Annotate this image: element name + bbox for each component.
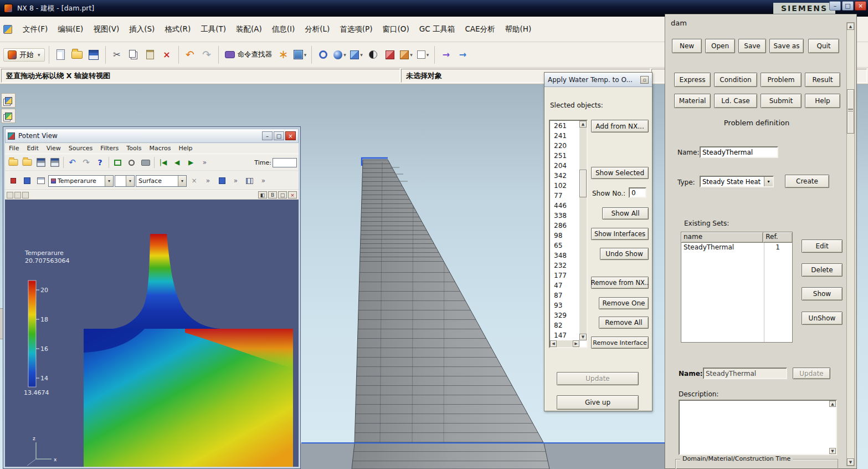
pv-menu-edit[interactable]: Edit [23,145,42,152]
pv-play-button[interactable]: ▶ [184,156,197,169]
snap-point2-button[interactable]: → [455,47,470,63]
problem-name-input[interactable] [700,146,778,158]
open-button[interactable]: Open [705,39,735,53]
maximize-button[interactable]: □ [842,1,854,11]
object-id-item[interactable]: 65 [550,241,579,251]
menu-tools[interactable]: 工具(T) [196,22,231,37]
pv-redo-button[interactable]: ↷ [80,156,93,169]
pv-toolbar4-overflow[interactable]: » [257,175,270,187]
quit-button[interactable]: Quit [808,39,839,53]
object-id-item[interactable]: 286 [550,221,579,231]
list-vscrollbar[interactable]: ▲ ▼ [579,121,587,340]
show-interfaces-button[interactable]: Show Interfaces [591,228,649,240]
pv-menu-sources[interactable]: Sources [65,145,97,152]
column-header-name[interactable]: name [681,232,763,242]
object-id-item[interactable]: 204 [550,161,579,171]
paste-button[interactable] [143,47,158,63]
pv-prev-frame-button[interactable]: ◀ [171,156,183,169]
wireframe-view-button[interactable]: ▾ [415,47,430,63]
column-header-ref[interactable]: Ref. [763,232,792,242]
create-button[interactable]: Create [785,175,829,188]
object-id-item[interactable]: 93 [550,300,579,310]
pv-open-recent-button[interactable] [20,156,33,169]
scroll-up-button[interactable]: ▲ [829,401,836,407]
save-as-button[interactable]: Save as [769,39,804,53]
pv-spreadsheet-button[interactable] [34,175,47,187]
pv-zoom-button[interactable] [125,156,138,169]
ld-case-button[interactable]: Ld. Case [714,94,757,108]
menu-assemblies[interactable]: 装配(A) [231,22,267,37]
menu-window[interactable]: 窗口(O) [378,22,414,37]
representation-select[interactable]: Surface ▾ [136,175,187,187]
menu-cae-analysis[interactable]: CAE分析 [460,22,500,37]
pv-toolbar2-overflow[interactable]: » [202,175,214,187]
view-cube-button[interactable]: ▾ [349,47,364,63]
resource-bar-button-1[interactable] [1,93,16,108]
object-id-item[interactable]: 446 [550,201,579,211]
object-id-item[interactable]: 251 [550,151,579,161]
show-selected-button[interactable]: Show Selected [591,167,649,179]
command-finder-button[interactable]: 命令查找器 [223,50,275,59]
resource-bar-button-2[interactable] [1,109,16,123]
object-id-item[interactable]: 232 [550,261,579,271]
orbit-button[interactable] [316,47,331,63]
color-by-select[interactable]: Temperarure ▾ [48,175,114,187]
edit-button[interactable]: Edit [802,239,843,253]
close-button[interactable]: × [855,1,866,11]
scroll-right-button[interactable]: ▶ [573,340,579,347]
scroll-thumb[interactable] [847,89,854,134]
pv-menu-tools[interactable]: Tools [122,145,145,152]
dialog-help-button[interactable]: ▫ [640,76,649,84]
object-id-item[interactable]: 220 [550,141,579,151]
object-id-item[interactable]: 77 [550,191,579,201]
sketch-button[interactable]: ∗ [276,47,291,63]
object-id-item[interactable]: 98 [550,231,579,241]
object-id-item[interactable]: 348 [550,251,579,261]
cut-button[interactable]: ✂ [110,47,125,63]
menu-analysis[interactable]: 分析(L) [300,22,335,37]
help-button[interactable]: Help [805,94,840,108]
delete-button[interactable]: Delete [802,263,843,277]
time-input[interactable] [273,158,297,167]
panel-scrollbar[interactable]: ▲ ▼ [846,22,855,466]
remove-interface-button[interactable]: Remove Interface [591,337,649,349]
pv-menu-filters[interactable]: Filters [96,145,122,152]
snap-point-button[interactable]: → [439,47,454,63]
pv-undo-button[interactable]: ↶ [66,156,79,169]
menu-help[interactable]: 帮助(H) [500,22,537,37]
remove-one-button[interactable]: Remove One [599,297,649,309]
list-hscrollbar[interactable]: ◀ ▶ [550,340,579,347]
pv-mini-tool-2[interactable] [14,192,21,198]
object-id-item[interactable]: 102 [550,181,579,191]
pv-rescale-button[interactable] [215,175,228,187]
object-id-item[interactable]: 261 [550,121,579,131]
dialog-title-bar[interactable]: Apply Water Temp. to O... ▫ [545,73,652,87]
show-all-button[interactable]: Show All [602,207,649,220]
paraview-minimize-button[interactable]: – [262,131,273,140]
submit-button[interactable]: Submit [761,94,802,108]
pv-color-red-button[interactable] [7,175,19,187]
edit-name-input[interactable] [703,368,787,379]
pv-glyph-button[interactable] [243,175,256,187]
save-button[interactable] [86,47,101,63]
object-id-item[interactable]: 177 [550,271,579,281]
pv-edit-color-button[interactable]: × [188,175,201,187]
type-select[interactable]: Steady State Heat ▾ [700,176,774,187]
delete-button[interactable]: × [160,47,174,63]
view-close-button[interactable]: × [288,191,297,198]
menu-format[interactable]: 格式(R) [160,22,196,37]
object-id-item[interactable]: 82 [550,320,579,330]
object-id-item[interactable]: 87 [550,290,579,300]
pv-save-button[interactable] [34,156,47,169]
pv-mini-tool-1[interactable] [7,192,13,198]
pv-toolbar-overflow[interactable]: » [198,156,211,169]
paraview-close-button[interactable]: × [285,131,296,140]
menu-file[interactable]: 文件(F) [18,22,53,37]
view-b-button[interactable]: B [268,191,277,198]
redo-button[interactable]: ↷ [199,47,214,63]
pv-open-button[interactable] [7,156,19,169]
remove-all-button[interactable]: Remove All [599,317,649,329]
scroll-left-button[interactable]: ◀ [550,340,557,347]
object-id-item[interactable]: 241 [550,131,579,141]
render-style-red-button[interactable] [382,47,397,63]
